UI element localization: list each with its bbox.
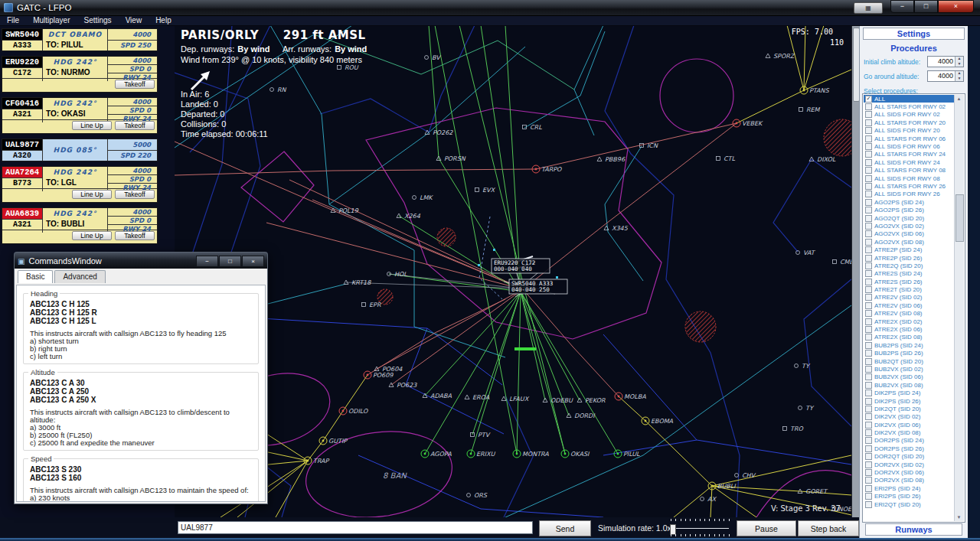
procedure-item[interactable]: BUB2QT (SID 20) [864,357,955,365]
checkbox[interactable] [865,183,872,190]
procedure-item[interactable]: ERI2PS (SID 26) [864,493,955,500]
aircraft-datablock[interactable]: SWR5040 A333040-040 250 [509,279,567,294]
procedure-item[interactable]: ERI2QT (SID 20) [864,500,955,508]
menu-multiplayer[interactable]: Multiplayer [26,16,77,24]
menu-file[interactable]: File [0,16,26,24]
strip-button-takeoff[interactable]: Takeoff [115,121,155,130]
checkbox[interactable] [865,461,872,468]
spin-down-icon[interactable]: ▼ [956,77,963,82]
checkbox[interactable] [865,437,872,444]
procedure-item[interactable]: DOR2VX (SID 02) [864,461,955,468]
checkbox[interactable] [865,286,872,293]
procedure-item[interactable]: AGO2PS (SID 26) [864,206,955,213]
strip-button-line-up[interactable]: Line Up [72,231,112,240]
flight-strip-UAL9877[interactable]: UAL9877A320HDG 085°5000SPD 220 [2,139,158,161]
checkbox[interactable] [865,310,872,317]
procedure-item[interactable]: ALL STARS FOR RWY 02 [864,103,955,110]
procedure-item[interactable]: ATRE2S (SID 26) [864,278,955,285]
strip-button-takeoff[interactable]: Takeoff [115,80,155,89]
checkbox[interactable] [865,366,872,373]
go-around-spinner[interactable]: 4000 ▲▼ [927,70,964,82]
procedure-item[interactable]: ALL STARS FOR RWY 26 [864,182,955,190]
procedure-item[interactable]: ALL STARS FOR RWY 08 [864,167,955,174]
commands-minimize-button[interactable]: − [196,256,218,267]
step-back-button[interactable]: Step back [798,520,859,536]
pause-button[interactable]: Pause [737,520,796,536]
checkbox[interactable] [865,469,872,476]
checkbox[interactable] [865,453,872,460]
checkbox[interactable] [865,493,872,500]
procedure-item[interactable]: ATRE2P (SID 26) [864,254,955,262]
send-button[interactable]: Send [539,520,591,536]
procedure-item[interactable]: DIK2PS (SID 26) [864,397,955,405]
checkbox[interactable] [865,143,872,150]
procedure-item[interactable]: DIK2VX (SID 02) [864,413,955,421]
procedure-item[interactable]: ALL SIDS FOR RWY 20 [864,127,955,135]
procedure-item[interactable]: ALL STARS FOR RWY 20 [864,119,955,126]
commands-window[interactable]: ▣ CommandsWindow − □ × BasicAdvanced Hea… [14,252,268,504]
list-scrollbar-thumb[interactable] [956,194,964,242]
checkbox[interactable] [865,127,872,134]
procedure-item[interactable]: ATRE2V (SID 08) [864,310,955,318]
checkbox[interactable] [865,230,872,237]
checkbox[interactable] [865,318,872,325]
checkbox[interactable] [865,167,872,174]
tab-basic[interactable]: Basic [18,270,53,283]
procedure-item[interactable]: BUB2PS (SID 24) [864,341,955,349]
flight-strip-AUA7264[interactable]: AUA7264B773HDG 242°TO: LGL4000SPD 0RWY 2… [2,166,158,203]
checkbox[interactable] [865,389,872,396]
checkbox[interactable] [865,111,872,118]
checkbox[interactable] [865,223,872,230]
checkbox[interactable] [865,373,872,380]
procedure-item[interactable]: ALL STARS FOR RWY 06 [864,135,955,142]
checkbox[interactable] [865,358,872,365]
procedure-item[interactable]: BUB2PS (SID 26) [864,350,955,357]
procedure-item[interactable]: ALL SIDS FOR RWY 06 [864,142,955,150]
checkbox[interactable] [865,279,872,285]
strip-button-takeoff[interactable]: Takeoff [115,231,155,240]
simulation-rate-slider[interactable] [668,518,732,537]
command-input[interactable] [178,521,533,534]
maximize-button[interactable]: □ [914,0,938,13]
procedure-item[interactable]: AGO2VX (SID 06) [864,230,955,238]
procedure-item[interactable]: ✓ALL [864,95,955,103]
checkbox[interactable] [865,175,872,182]
procedure-item[interactable]: DOR2VX (SID 08) [864,477,955,484]
initial-climb-spinner[interactable]: 4000 ▲▼ [927,56,964,67]
flight-strip-SWR5040[interactable]: SWR5040A333DCT OBAMOTO: PILUL4000SPD 250 [2,28,158,51]
procedure-item[interactable]: ATRE2V (SID 02) [864,294,955,301]
checkbox[interactable] [865,477,872,484]
checkbox[interactable] [865,239,872,246]
menu-view[interactable]: View [119,16,149,24]
checkbox[interactable] [865,302,872,309]
procedure-item[interactable]: ALL STARS FOR RWY 24 [864,151,955,158]
strip-button-line-up[interactable]: Line Up [72,190,112,199]
procedure-item[interactable]: ATRE2V (SID 06) [864,301,955,309]
flight-strip-AUA6839[interactable]: AUA6839A321HDG 242°TO: BUBLI4000SPD 0RWY… [2,207,158,244]
procedure-item[interactable]: ALL SIDS FOR RWY 24 [864,158,955,166]
procedure-item[interactable]: BUB2VX (SID 02) [864,365,955,373]
checkbox[interactable] [865,103,872,110]
checkbox[interactable] [865,270,872,277]
procedure-item[interactable]: AGO2QT (SID 20) [864,214,955,222]
checkbox[interactable] [865,119,872,126]
menu-settings[interactable]: Settings [77,16,118,24]
checkbox[interactable] [865,294,872,301]
checkbox[interactable] [865,255,872,262]
procedure-item[interactable]: AGO2VX (SID 02) [864,222,955,230]
list-scrollbar[interactable]: ▲ ▼ [954,95,964,521]
checkbox[interactable] [865,342,872,349]
runways-header[interactable]: Runways [865,523,962,536]
slider-track[interactable] [671,528,729,529]
procedure-item[interactable]: DIK2VX (SID 08) [864,429,955,436]
checkbox[interactable] [865,199,872,206]
minimize-button[interactable]: − [890,0,914,13]
procedure-item[interactable]: ATRE2X (SID 06) [864,325,955,333]
procedure-item[interactable]: ATRE2X (SID 08) [864,334,955,341]
commands-maximize-button[interactable]: □ [219,256,241,267]
procedure-item[interactable]: DOR2VX (SID 06) [864,468,955,476]
checkbox[interactable] [865,215,872,222]
flight-strip-ERU9220[interactable]: ERU9220C172HDG 242°TO: NURMO4000SPD 0RWY… [2,56,158,93]
checkbox[interactable] [865,159,872,166]
procedure-item[interactable]: DIK2PS (SID 24) [864,389,955,396]
